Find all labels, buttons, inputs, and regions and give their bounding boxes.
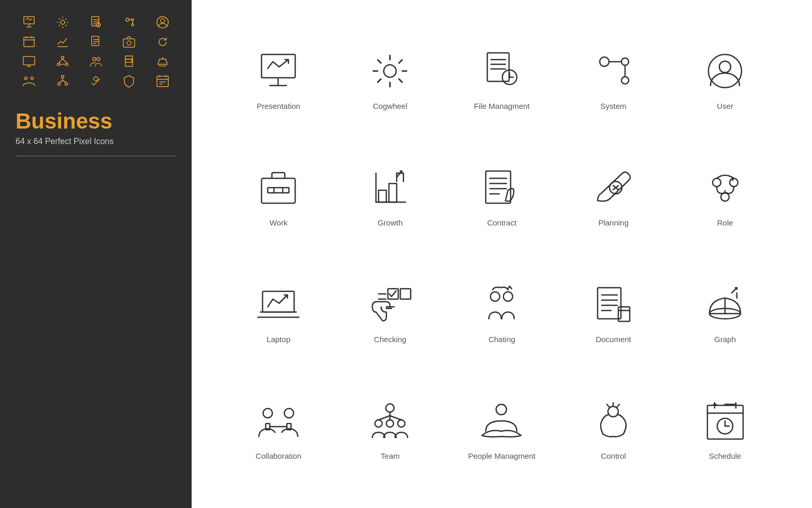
svg-rect-53 bbox=[157, 76, 168, 87]
svg-rect-18 bbox=[24, 37, 34, 47]
laptop-label: Laptop bbox=[267, 335, 291, 344]
chating-label: Chating bbox=[488, 335, 515, 344]
sidebar-icon-chart bbox=[49, 35, 76, 49]
svg-point-98 bbox=[713, 178, 721, 187]
sidebar-icon-camera bbox=[115, 35, 142, 49]
role-icon bbox=[699, 164, 751, 211]
contract-label: Contract bbox=[487, 218, 517, 227]
svg-rect-84 bbox=[389, 184, 397, 202]
svg-point-17 bbox=[161, 19, 165, 23]
laptop-icon bbox=[253, 281, 304, 328]
icon-cell-planning: Planning bbox=[558, 137, 670, 254]
icon-cell-user: User bbox=[669, 21, 781, 137]
svg-point-33 bbox=[57, 63, 60, 66]
svg-point-34 bbox=[65, 63, 68, 66]
presentation-icon bbox=[253, 48, 304, 94]
svg-point-99 bbox=[730, 178, 738, 187]
icon-cell-graph: Graph bbox=[669, 254, 781, 371]
cogwheel-label: Cogwheel bbox=[373, 102, 408, 110]
svg-rect-4 bbox=[92, 17, 99, 26]
svg-point-129 bbox=[386, 420, 394, 427]
icon-cell-growth: Growth bbox=[335, 137, 446, 254]
sidebar-icon-boat bbox=[149, 55, 176, 68]
sidebar-icon-shield bbox=[115, 75, 142, 88]
svg-point-122 bbox=[263, 408, 272, 418]
icon-cell-contract: Contract bbox=[446, 137, 558, 254]
svg-line-133 bbox=[390, 416, 401, 420]
sidebar-icons-grid bbox=[16, 16, 176, 88]
svg-line-120 bbox=[732, 288, 737, 293]
team-icon bbox=[364, 398, 416, 444]
svg-rect-29 bbox=[23, 57, 35, 65]
people-management-icon bbox=[476, 398, 528, 444]
sidebar: Business 64 x 64 Perfect Pixel Icons bbox=[0, 0, 192, 508]
svg-point-72 bbox=[621, 77, 629, 84]
svg-point-44 bbox=[25, 77, 27, 80]
collaboration-label: Collaboration bbox=[256, 451, 301, 460]
icon-cell-presentation: Presentation bbox=[223, 21, 335, 137]
sidebar-icon-network bbox=[49, 55, 76, 68]
sidebar-icon-document bbox=[82, 16, 109, 29]
svg-point-11 bbox=[126, 18, 129, 21]
svg-point-48 bbox=[65, 83, 67, 86]
svg-point-71 bbox=[621, 58, 629, 65]
svg-point-46 bbox=[61, 76, 64, 78]
svg-line-88 bbox=[397, 171, 402, 177]
svg-point-13 bbox=[132, 24, 134, 26]
svg-rect-78 bbox=[268, 188, 289, 193]
svg-line-51 bbox=[63, 80, 66, 83]
checking-label: Checking bbox=[374, 335, 407, 344]
svg-line-50 bbox=[59, 80, 63, 83]
svg-point-134 bbox=[496, 404, 506, 415]
people-management-label: People Managment bbox=[468, 451, 535, 460]
svg-point-109 bbox=[503, 292, 513, 301]
file-management-label: File Managment bbox=[474, 102, 530, 110]
work-label: Work bbox=[269, 218, 287, 227]
graph-icon bbox=[699, 281, 751, 328]
sidebar-icon-user bbox=[149, 16, 176, 29]
svg-point-45 bbox=[31, 77, 34, 80]
sidebar-icon-hierarchy bbox=[49, 75, 76, 88]
svg-point-52 bbox=[94, 77, 98, 81]
svg-line-36 bbox=[63, 59, 67, 63]
document-label: Document bbox=[596, 335, 631, 344]
svg-rect-40 bbox=[125, 62, 133, 66]
icon-cell-laptop: Laptop bbox=[223, 254, 335, 371]
svg-point-39 bbox=[97, 58, 100, 61]
schedule-label: Schedule bbox=[709, 451, 742, 460]
planning-icon bbox=[588, 164, 640, 211]
icon-cell-control: Control bbox=[558, 371, 670, 487]
sidebar-icon-cycle bbox=[149, 35, 176, 49]
svg-point-70 bbox=[600, 57, 609, 66]
cogwheel-icon bbox=[364, 48, 416, 94]
icon-cell-cogwheel: Cogwheel bbox=[335, 21, 446, 137]
file-management-icon bbox=[476, 48, 528, 94]
svg-point-38 bbox=[93, 58, 96, 61]
svg-line-94 bbox=[505, 190, 508, 201]
schedule-icon bbox=[699, 398, 751, 444]
svg-point-32 bbox=[61, 57, 64, 59]
document-icon bbox=[588, 281, 640, 328]
contract-icon bbox=[476, 164, 528, 211]
icon-cell-work: Work bbox=[223, 137, 335, 254]
svg-rect-101 bbox=[263, 291, 294, 312]
svg-point-100 bbox=[721, 193, 729, 201]
svg-point-130 bbox=[398, 420, 405, 427]
svg-point-42 bbox=[132, 60, 133, 61]
user-label: User bbox=[717, 102, 733, 110]
icon-cell-collaboration: Collaboration bbox=[223, 371, 335, 487]
control-label: Control bbox=[601, 451, 626, 460]
svg-rect-110 bbox=[598, 288, 621, 319]
sidebar-icon-calendar bbox=[16, 35, 42, 49]
svg-rect-63 bbox=[487, 53, 509, 81]
icon-cell-system: System bbox=[558, 21, 670, 137]
sidebar-icon-system bbox=[115, 16, 142, 29]
svg-point-76 bbox=[719, 61, 731, 73]
presentation-label: Presentation bbox=[257, 102, 300, 110]
control-icon bbox=[588, 398, 640, 444]
sidebar-icon-presentation bbox=[16, 16, 42, 29]
svg-rect-105 bbox=[400, 289, 411, 299]
svg-line-132 bbox=[379, 416, 390, 420]
svg-point-108 bbox=[490, 292, 500, 301]
svg-rect-27 bbox=[123, 39, 135, 47]
